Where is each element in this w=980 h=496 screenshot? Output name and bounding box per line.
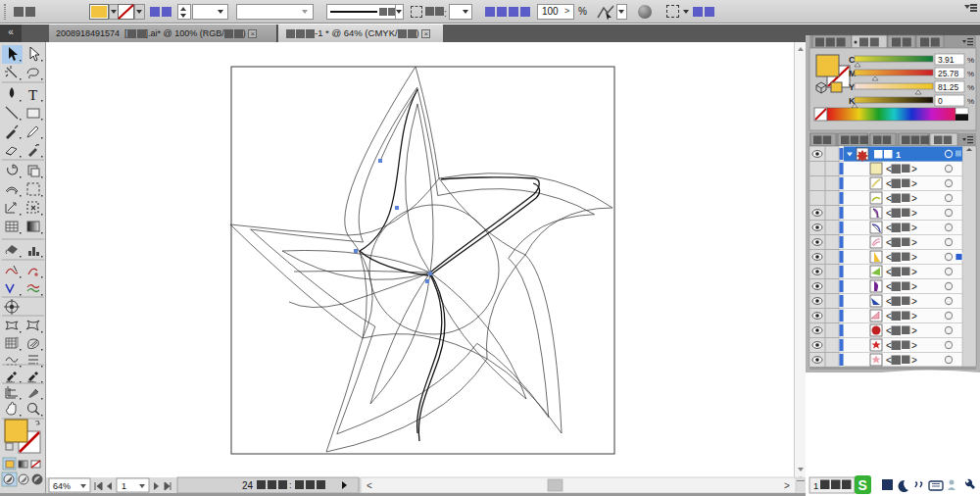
svg-text:%: %	[967, 56, 974, 65]
svg-text:>: >	[911, 208, 917, 219]
svg-text:<: <	[886, 281, 892, 292]
svg-text:%: %	[967, 70, 974, 78]
svg-text:<: <	[367, 480, 372, 491]
svg-text:>: >	[911, 355, 917, 366]
svg-text:1: 1	[813, 480, 818, 491]
svg-text:<: <	[886, 164, 892, 174]
svg-text:<: <	[886, 208, 892, 219]
svg-text:0: 0	[938, 96, 943, 106]
svg-text:>: >	[911, 164, 917, 174]
svg-text:>: >	[911, 281, 917, 292]
svg-text:<: <	[886, 311, 892, 322]
svg-text:<: <	[886, 325, 892, 336]
svg-text:>: >	[911, 325, 917, 336]
svg-text:<: <	[886, 296, 892, 307]
svg-text:>: >	[911, 267, 917, 277]
svg-text:>: >	[911, 252, 917, 263]
svg-text:81.25: 81.25	[938, 82, 959, 92]
svg-text:<: <	[886, 267, 892, 277]
svg-text:>: >	[911, 193, 917, 204]
svg-text:>: >	[911, 178, 917, 189]
svg-text:3.91: 3.91	[938, 55, 955, 65]
svg-text:<: <	[886, 355, 892, 366]
svg-text:>: >	[911, 311, 917, 322]
svg-text:25.78: 25.78	[938, 69, 959, 78]
svg-text:<: <	[886, 193, 892, 204]
svg-text:<: <	[886, 252, 892, 263]
svg-text:S: S	[858, 477, 867, 493]
svg-text:>: >	[784, 480, 790, 491]
svg-text:%: %	[967, 83, 974, 92]
svg-text:<: <	[886, 223, 892, 233]
svg-text:1: 1	[122, 481, 126, 491]
svg-text:<: <	[886, 178, 892, 189]
svg-text:>: >	[911, 237, 917, 248]
svg-text:<: <	[886, 340, 892, 351]
svg-text:%: %	[967, 97, 974, 106]
svg-text::: :	[289, 480, 292, 490]
svg-text:>: >	[911, 296, 917, 307]
svg-text:>: >	[911, 223, 917, 233]
svg-text:>: >	[911, 340, 917, 351]
svg-text:<: <	[886, 237, 892, 248]
svg-text:1: 1	[896, 150, 901, 160]
svg-text:24: 24	[242, 480, 254, 491]
svg-text:64%: 64%	[53, 481, 71, 491]
svg-text:Y: Y	[849, 82, 855, 92]
